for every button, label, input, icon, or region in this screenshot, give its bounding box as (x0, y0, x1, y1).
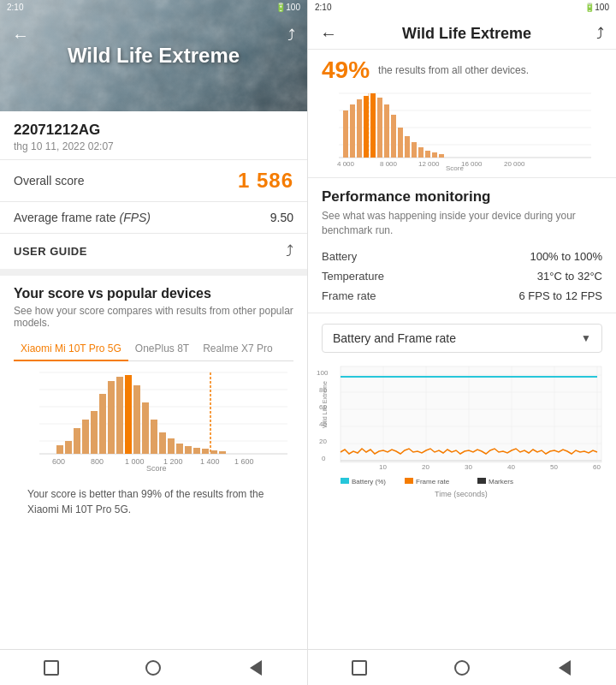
device-id: 22071212AG (14, 122, 293, 139)
svg-text:30: 30 (465, 463, 472, 471)
svg-rect-22 (185, 446, 192, 454)
svg-rect-89 (405, 478, 413, 484)
left-panel: 2:10 🔋100 ← ⤴ Wild Life Extreme 22071212… (0, 0, 308, 685)
svg-rect-87 (341, 478, 349, 484)
svg-rect-47 (398, 128, 403, 158)
svg-text:20 000: 20 000 (504, 160, 525, 168)
svg-rect-16 (133, 385, 140, 454)
score-comparison-text: Your score is better than 99% of the res… (14, 480, 293, 524)
svg-text:Markers: Markers (489, 478, 513, 485)
user-guide-label: USER GUIDE (14, 245, 87, 258)
svg-rect-40 (350, 104, 355, 158)
svg-text:12 000: 12 000 (418, 160, 440, 168)
score-vs-section: Your score vs popular devices See how yo… (0, 276, 307, 531)
svg-text:Score: Score (446, 164, 464, 170)
right-back-button[interactable]: ← (320, 24, 337, 44)
perf-desc: See what was happening inside your devic… (322, 209, 602, 238)
svg-rect-42 (364, 96, 369, 158)
svg-rect-46 (391, 115, 396, 158)
overall-score-label: Overall score (14, 174, 84, 188)
svg-text:4 000: 4 000 (337, 160, 355, 168)
svg-text:Frame rate: Frame rate (416, 478, 450, 485)
svg-rect-39 (343, 110, 348, 158)
left-back-button[interactable]: ← (12, 26, 29, 45)
tab-oneplus[interactable]: OnePlus 8T (128, 337, 196, 361)
left-time: 2:10 (7, 3, 23, 16)
right-status-bar: 2:10 🔋100 (308, 0, 616, 19)
svg-rect-12 (99, 394, 106, 454)
dropdown-label: Battery and Frame rate (333, 331, 456, 345)
score-vs-title: Your score vs popular devices (14, 286, 293, 301)
svg-rect-13 (108, 381, 115, 454)
svg-rect-51 (425, 151, 430, 158)
svg-rect-68 (341, 366, 601, 462)
left-toolbar: ← ⤴ (0, 19, 307, 52)
right-nav-back[interactable] (554, 658, 575, 678)
svg-rect-10 (82, 420, 89, 454)
svg-rect-7 (56, 445, 63, 454)
score-vs-desc: See how your score compares with results… (14, 305, 293, 329)
svg-rect-11 (91, 411, 98, 454)
svg-text:Time (seconds): Time (seconds) (435, 490, 488, 498)
right-share-button[interactable]: ⤴ (596, 25, 604, 43)
svg-text:40: 40 (507, 463, 515, 471)
right-battery: 🔋100 (584, 3, 609, 16)
dropdown-arrow-icon: ▼ (581, 332, 591, 344)
svg-rect-41 (357, 99, 362, 158)
svg-rect-52 (432, 152, 437, 158)
svg-rect-8 (65, 441, 72, 454)
left-nav-home[interactable] (143, 658, 163, 678)
framerate-val: 6 FPS to 12 FPS (518, 289, 602, 302)
right-content: 49% the results from all other devices. (308, 50, 616, 649)
user-guide-row[interactable]: USER GUIDE ⤴ (0, 234, 307, 276)
right-nav-square[interactable] (349, 658, 370, 678)
chart-type-dropdown[interactable]: Battery and Frame rate ▼ (322, 324, 602, 353)
right-time: 2:10 (315, 3, 331, 16)
left-nav-square[interactable] (41, 658, 62, 678)
right-toolbar: ← Wild Life Extreme ⤴ (308, 19, 616, 50)
fps-value: 9.50 (270, 211, 293, 224)
battery-key: Battery (322, 250, 357, 263)
svg-rect-21 (176, 444, 183, 454)
score-dist-section: 49% the results from all other devices. (308, 50, 616, 178)
svg-text:20: 20 (319, 438, 327, 445)
battery-row: Battery 100% to 100% (322, 247, 602, 266)
overall-score-row: Overall score 1 586 (0, 160, 307, 202)
svg-text:10: 10 (379, 463, 387, 471)
svg-text:1 400: 1 400 (200, 457, 220, 466)
left-share-button[interactable]: ⤴ (287, 27, 295, 45)
left-nav-back[interactable] (246, 658, 266, 678)
svg-rect-50 (418, 147, 424, 158)
left-bar-chart: 600 800 1 000 1 200 1 400 1 600 Score (14, 368, 293, 480)
framerate-row: Frame rate 6 FPS to 12 FPS (322, 286, 602, 306)
svg-text:1 000: 1 000 (125, 457, 145, 466)
perf-monitoring-section: Performance monitoring See what was happ… (308, 178, 616, 313)
temp-val: 31°C to 32°C (537, 270, 602, 283)
tab-realme[interactable]: Realme X7 Pro (196, 337, 279, 361)
monitor-chart-section: 100 80 60 40 20 0 Wild Life Extreme (308, 360, 616, 516)
battery-val: 100% to 100% (530, 250, 602, 263)
svg-text:16 000: 16 000 (461, 160, 483, 168)
right-nav-home[interactable] (452, 658, 472, 678)
framerate-key: Frame rate (322, 289, 376, 302)
right-dist-chart: 4 000 8 000 12 000 16 000 20 000 Score (322, 89, 602, 170)
svg-rect-14 (116, 377, 123, 454)
score-percent: 49% (322, 57, 370, 84)
overall-score-value: 1 586 (238, 169, 293, 193)
tab-xiaomi[interactable]: Xiaomi Mi 10T Pro 5G (14, 337, 128, 361)
svg-rect-26 (219, 451, 226, 454)
svg-rect-9 (74, 428, 80, 454)
svg-rect-24 (202, 449, 209, 454)
fps-label: Average frame rate (FPS) (14, 211, 151, 224)
svg-text:800: 800 (91, 457, 104, 466)
svg-text:60: 60 (593, 463, 601, 471)
svg-rect-17 (142, 402, 149, 454)
device-date: thg 10 11, 2022 02:07 (14, 140, 293, 152)
score-dist-header: 49% the results from all other devices. (322, 57, 602, 84)
left-battery: 🔋100 (275, 3, 300, 16)
svg-text:20: 20 (422, 463, 429, 471)
svg-text:Battery (%): Battery (%) (352, 478, 386, 485)
user-guide-share-icon[interactable]: ⤴ (286, 242, 293, 260)
fps-row: Average frame rate (FPS) 9.50 (0, 202, 307, 234)
temp-key: Temperature (322, 270, 384, 283)
